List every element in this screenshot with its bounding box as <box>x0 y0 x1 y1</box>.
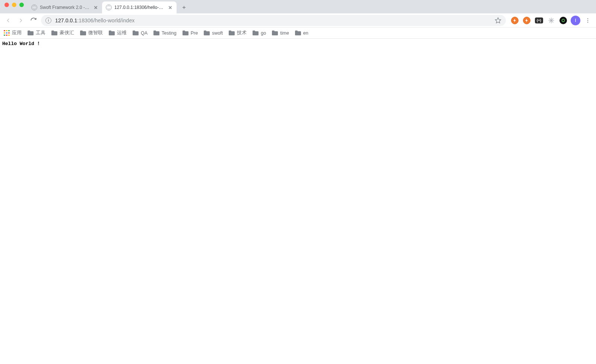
bookmark-folder[interactable]: en <box>295 31 308 36</box>
extension-icon-2[interactable] <box>523 17 530 24</box>
bookmark-star-icon[interactable] <box>495 17 501 24</box>
globe-icon <box>31 4 37 10</box>
extension-icons: {=} <box>508 17 568 24</box>
bookmark-folder[interactable]: QA <box>133 31 148 36</box>
bookmark-folder[interactable]: time <box>272 31 289 36</box>
folder-icon <box>80 31 86 35</box>
bookmark-folder[interactable]: Testing <box>153 31 177 36</box>
folder-icon <box>109 31 115 35</box>
bookmark-label: time <box>280 31 289 36</box>
folder-icon <box>295 31 301 35</box>
close-icon[interactable] <box>168 5 173 10</box>
toolbar: i 127.0.0.1:18306/hello-world/index {=} … <box>0 13 596 28</box>
forward-button[interactable] <box>16 15 26 26</box>
tab-swoft[interactable]: Swoft Framework 2.0 - PHP mi <box>28 1 102 13</box>
address-bar[interactable]: i 127.0.0.1:18306/hello-world/index <box>41 15 506 26</box>
folder-icon <box>272 31 278 35</box>
folder-icon <box>183 31 188 35</box>
url-text: 127.0.0.1:18306/hello-world/index <box>55 17 491 23</box>
folder-icon <box>51 31 57 35</box>
bookmark-label: en <box>303 31 308 36</box>
svg-point-8 <box>587 18 588 19</box>
bookmark-label: go <box>261 31 266 36</box>
bookmark-folder[interactable]: 运维 <box>109 30 127 36</box>
reload-button[interactable] <box>28 15 39 26</box>
folder-icon <box>204 31 210 35</box>
url-path: :18306/hello-world/index <box>77 17 134 23</box>
extension-icon-5[interactable] <box>559 17 567 24</box>
bookmark-label: 运维 <box>117 30 127 36</box>
new-tab-button[interactable] <box>179 2 189 13</box>
tab-title: 127.0.0.1:18306/hello-world/ind <box>114 5 165 10</box>
tab-strip: Swoft Framework 2.0 - PHP mi 127.0.0.1:1… <box>0 0 596 13</box>
bookmarks-bar: 应用 工具 豪侠汇 微智联 运维 QA Testing Pre swoft 技术… <box>0 28 596 39</box>
close-icon[interactable] <box>93 5 98 10</box>
bookmark-label: Testing <box>162 31 177 36</box>
site-info-icon[interactable]: i <box>45 17 51 23</box>
svg-point-9 <box>587 20 588 20</box>
profile-avatar[interactable]: I <box>571 16 580 25</box>
window-close-button[interactable] <box>4 3 9 7</box>
folder-icon <box>253 31 259 35</box>
window-maximize-button[interactable] <box>19 3 24 7</box>
bookmark-folder[interactable]: 工具 <box>28 30 45 36</box>
globe-icon <box>106 4 112 10</box>
menu-button[interactable] <box>583 15 593 26</box>
folder-icon <box>133 31 139 35</box>
back-button[interactable] <box>3 15 13 26</box>
folder-icon <box>229 31 235 35</box>
svg-point-10 <box>587 22 588 22</box>
tab-localhost[interactable]: 127.0.0.1:18306/hello-world/ind <box>102 1 177 13</box>
extension-icon-1[interactable] <box>511 17 519 24</box>
svg-point-7 <box>562 19 565 22</box>
bookmark-label: 微智联 <box>88 30 103 36</box>
window-controls <box>3 3 28 11</box>
folder-icon <box>28 31 34 35</box>
bookmark-folder[interactable]: swoft <box>204 31 223 36</box>
tab-title: Swoft Framework 2.0 - PHP mi <box>40 5 91 10</box>
svg-marker-2 <box>495 17 501 23</box>
bookmark-folder[interactable]: 技术 <box>229 30 247 36</box>
page-body-text: Hello World ! <box>0 39 596 49</box>
bookmark-label: QA <box>141 31 148 36</box>
bookmark-label: Pre <box>191 31 198 36</box>
bookmark-label: 豪侠汇 <box>60 30 74 36</box>
bookmark-label: 工具 <box>36 30 45 36</box>
apps-button[interactable]: 应用 <box>4 30 22 36</box>
bookmark-label: 技术 <box>237 30 247 36</box>
window-minimize-button[interactable] <box>12 3 16 7</box>
bookmark-label: swoft <box>212 31 223 36</box>
url-host: 127.0.0.1 <box>55 17 77 23</box>
bookmark-folder[interactable]: Pre <box>183 31 198 36</box>
snowflake-icon[interactable] <box>548 17 555 24</box>
bookmark-folder[interactable]: go <box>253 31 266 36</box>
bookmark-folder[interactable]: 豪侠汇 <box>51 30 74 36</box>
extension-icon-3[interactable]: {=} <box>535 17 543 23</box>
apps-label: 应用 <box>12 30 22 36</box>
apps-grid-icon <box>4 30 10 36</box>
folder-icon <box>153 31 159 35</box>
bookmark-folder[interactable]: 微智联 <box>80 30 103 36</box>
